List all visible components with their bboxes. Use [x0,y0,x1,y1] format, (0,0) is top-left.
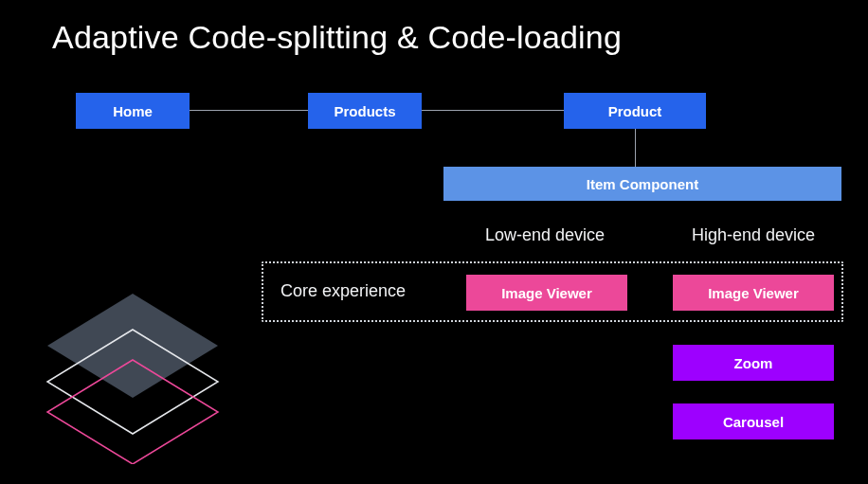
node-item-component: Item Component [443,167,841,201]
header-high-end: High-end device [673,225,834,245]
layers-decoration-icon [28,294,237,464]
svg-marker-0 [47,294,218,398]
node-image-viewer-low: Image Viewer [466,275,627,311]
page-title: Adaptive Code-splitting & Code-loading [52,19,622,56]
node-home: Home [76,93,190,129]
connector-product-item [635,129,636,167]
node-product: Product [564,93,706,129]
connector-home-products [190,110,308,111]
node-image-viewer-high: Image Viewer [673,275,834,311]
label-core-experience: Core experience [280,281,406,301]
header-low-end: Low-end device [464,225,625,245]
node-products: Products [308,93,422,129]
connector-products-product [422,110,564,111]
node-carousel: Carousel [673,403,834,439]
node-zoom: Zoom [673,345,834,381]
